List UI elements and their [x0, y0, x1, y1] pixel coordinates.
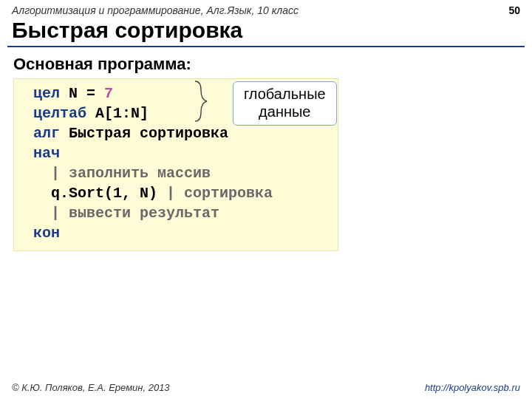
code-text: N [69, 85, 78, 102]
code-line: | заполнить массив [24, 163, 327, 183]
code-text: A[1:N] [95, 105, 149, 122]
keyword-alg: алг [33, 125, 60, 142]
code-text: = [86, 85, 95, 102]
annotation-line: данные [244, 103, 326, 120]
code-line: нач [24, 143, 327, 163]
code-line: алг Быстрая сортировка [24, 123, 327, 143]
comment-text: сортировка [184, 185, 273, 202]
course-label: Алгоритмизация и программирование, Алг.Я… [12, 4, 299, 16]
keyword-nach: нач [33, 145, 60, 162]
slide-number: 50 [508, 4, 520, 16]
slide: Алгоритмизация и программирование, Алг.Я… [0, 0, 532, 399]
content-area: цел N = 7 целтаб A[1:N] алг Быстрая сорт… [0, 78, 532, 251]
code-text: Быстрая сортировка [69, 125, 228, 142]
comment-text: вывести результат [69, 205, 219, 222]
code-line: q.Sort(1, N) | сортировка [24, 183, 327, 203]
number-literal: 7 [104, 85, 113, 102]
page-title: Быстрая сортировка [0, 18, 532, 46]
title-underline [7, 46, 525, 47]
annotation-callout: глобальные данные [233, 81, 337, 126]
slide-footer: © К.Ю. Поляков, Е.А. Еремин, 2013 http:/… [12, 382, 520, 393]
annotation-line: глобальные [244, 85, 326, 103]
section-heading: Основная программа: [0, 55, 532, 78]
comment-text: заполнить массив [69, 165, 211, 182]
pipe-icon: | [51, 165, 60, 182]
pipe-icon: | [166, 185, 175, 202]
code-text: q.Sort(1, N) [51, 185, 157, 202]
keyword-cel: цел [33, 85, 60, 102]
pipe-icon: | [51, 205, 60, 222]
copyright-text: © К.Ю. Поляков, Е.А. Еремин, 2013 [12, 382, 170, 393]
code-line: кон [24, 223, 327, 243]
keyword-kon: кон [33, 225, 60, 242]
slide-header: Алгоритмизация и программирование, Алг.Я… [0, 0, 532, 18]
keyword-celtab: целтаб [33, 105, 86, 122]
source-link[interactable]: http://kpolyakov.spb.ru [425, 382, 520, 393]
code-line: | вывести результат [24, 203, 327, 223]
